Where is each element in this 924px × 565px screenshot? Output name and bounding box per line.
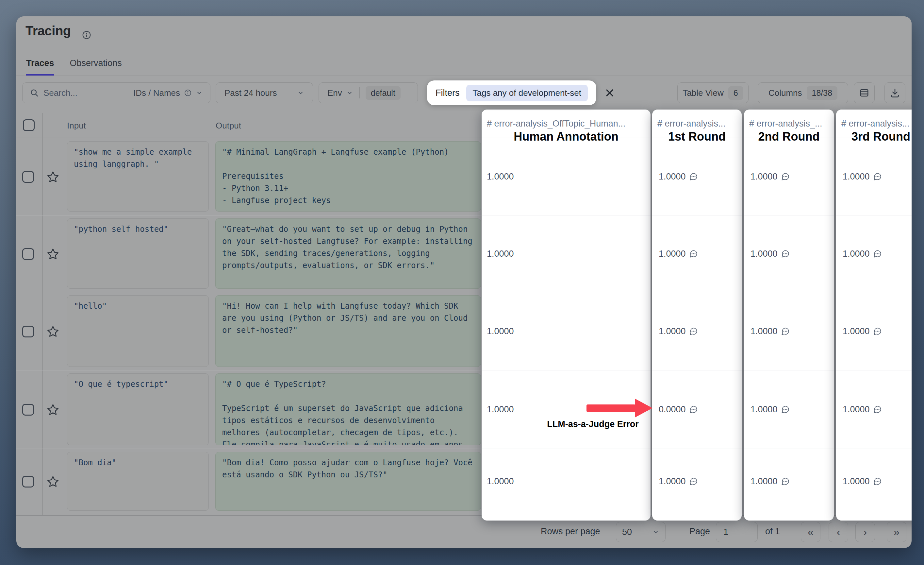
env-label: Env	[327, 88, 342, 98]
score-value-cell: 1.0000	[652, 292, 742, 370]
input-cell[interactable]: "O que é typescript"	[67, 373, 209, 445]
prev-page-button[interactable]: ‹	[829, 522, 848, 542]
filters-button[interactable]: Filters Tags any of development-set	[427, 80, 596, 105]
score-column-annotation: 1st Round	[652, 130, 742, 144]
comment-bubble-icon	[873, 405, 882, 414]
search-mode-label: IDs / Names	[133, 88, 180, 98]
chevron-down-icon	[196, 89, 203, 96]
rows-per-page-select[interactable]: 50	[616, 522, 666, 542]
table-row[interactable]: "python self hosted""Great—what do you w…	[16, 215, 482, 292]
score-value: 1.0000	[487, 404, 514, 415]
columns-button[interactable]: Columns 18/38	[758, 83, 848, 103]
clear-filter-icon[interactable]	[604, 87, 615, 98]
time-range-select[interactable]: Past 24 hours	[216, 83, 313, 103]
env-select[interactable]: Env default	[319, 83, 418, 103]
output-cell[interactable]: "Bom dia! Como posso ajudar com o Langfu…	[215, 452, 481, 511]
next-page-button[interactable]: ›	[855, 522, 875, 542]
export-button[interactable]	[885, 83, 905, 103]
input-cell[interactable]: "Bom dia"	[67, 452, 209, 511]
column-header-input: Input	[67, 121, 86, 131]
score-value: 1.0000	[843, 249, 870, 259]
score-column-card: # error-analysis...3rd Round1.00001.0000…	[836, 110, 912, 520]
comment-bubble-icon	[781, 327, 790, 336]
annotation-arrow	[586, 398, 652, 418]
table-row[interactable]: "show me a simple example using langgrap…	[16, 138, 482, 215]
comment-bubble-icon	[689, 249, 698, 258]
score-value-cell: 1.0000	[744, 449, 834, 514]
score-column-annotation: 2nd Round	[744, 130, 834, 144]
search-placeholder: Search...	[44, 88, 77, 98]
row-checkbox[interactable]	[22, 404, 34, 416]
comment-bubble-icon	[873, 327, 882, 336]
search-mode-select[interactable]: IDs / Names	[133, 88, 203, 98]
score-value-cell: 1.0000	[482, 449, 651, 514]
comment-bubble-icon	[781, 405, 790, 414]
row-height-button[interactable]	[854, 83, 874, 103]
score-value: 1.0000	[750, 476, 778, 487]
score-value-cell: 1.0000	[744, 138, 834, 215]
rows-per-page-value: 50	[622, 527, 632, 537]
score-value: 1.0000	[843, 172, 870, 182]
score-value-cell: 1.0000	[482, 138, 651, 215]
annotation-arrow-body	[586, 404, 636, 412]
tracing-panel: Tracing Traces Observations Search... ID…	[16, 17, 912, 548]
rows-per-page-label: Rows per page	[541, 526, 600, 536]
comment-bubble-icon	[689, 405, 698, 414]
score-value: 1.0000	[659, 249, 686, 259]
score-value: 1.0000	[487, 326, 514, 337]
output-cell[interactable]: "# Minimal LangGraph + Langfuse example …	[215, 141, 481, 212]
row-checkbox[interactable]	[22, 171, 34, 183]
bookmark-star-icon[interactable]	[46, 325, 60, 338]
table-view-label: Table View	[682, 88, 723, 98]
table-view-button[interactable]: Table View 6	[677, 83, 748, 103]
score-value-cell: 1.0000	[482, 292, 651, 370]
score-value: 1.0000	[487, 249, 514, 259]
comment-bubble-icon	[873, 172, 882, 181]
first-page-button[interactable]: «	[801, 522, 820, 542]
comment-bubble-icon	[873, 249, 882, 258]
row-checkbox[interactable]	[22, 476, 34, 487]
bookmark-star-icon[interactable]	[46, 170, 60, 183]
tab-traces[interactable]: Traces	[26, 58, 54, 76]
input-cell[interactable]: "hello"	[67, 295, 209, 367]
score-value: 1.0000	[750, 172, 778, 182]
output-cell[interactable]: "Hi! How can I help with Langfuse today?…	[215, 295, 481, 367]
tab-observations[interactable]: Observations	[70, 58, 122, 76]
input-cell[interactable]: "show me a simple example using langgrap…	[67, 141, 209, 212]
search-icon	[30, 88, 39, 98]
env-value-chip: default	[366, 86, 400, 100]
table-row[interactable]: "O que é typescript""# O que é TypeScrip…	[16, 370, 482, 449]
score-value-cell: 1.0000	[836, 292, 912, 370]
annotation-label: LLM-as-a-Judge Error	[537, 419, 649, 429]
row-checkbox[interactable]	[22, 248, 34, 260]
score-value-cell: 0.0000	[652, 370, 742, 449]
score-value: 1.0000	[843, 326, 870, 337]
score-value-cell: 1.0000	[744, 215, 834, 292]
page-number-input[interactable]: 1	[716, 522, 758, 542]
score-value-cell: 1.0000	[836, 138, 912, 215]
score-value-cell: 1.0000	[652, 449, 742, 514]
info-icon[interactable]	[82, 30, 92, 40]
select-all-checkbox[interactable]	[23, 119, 34, 131]
score-value-cell: 1.0000	[836, 215, 912, 292]
row-checkbox[interactable]	[22, 326, 34, 337]
last-page-button[interactable]: »	[887, 522, 906, 542]
comment-bubble-icon	[781, 477, 790, 486]
bookmark-star-icon[interactable]	[46, 248, 60, 261]
input-cell[interactable]: "python self hosted"	[67, 218, 209, 289]
table-row[interactable]: "Bom dia""Bom dia! Como posso ajudar com…	[16, 449, 482, 514]
search-input[interactable]: Search... IDs / Names	[22, 83, 210, 103]
output-cell[interactable]: "# O que é TypeScript? TypeScript é um s…	[215, 373, 481, 445]
output-cell[interactable]: "Great—what do you want to set up or deb…	[215, 218, 481, 289]
score-value: 1.0000	[659, 326, 686, 337]
chevron-down-icon	[346, 89, 353, 96]
columns-label: Columns	[768, 88, 802, 98]
bookmark-star-icon[interactable]	[46, 403, 60, 416]
bookmark-star-icon[interactable]	[46, 475, 60, 488]
filter-tag-chip[interactable]: Tags any of development-set	[466, 85, 588, 101]
score-value: 1.0000	[659, 476, 686, 487]
columns-count-badge: 18/38	[807, 86, 838, 100]
chevron-down-icon	[297, 89, 304, 96]
score-column-annotation: 3rd Round	[836, 130, 912, 144]
table-row[interactable]: "hello""Hi! How can I help with Langfuse…	[16, 292, 482, 370]
